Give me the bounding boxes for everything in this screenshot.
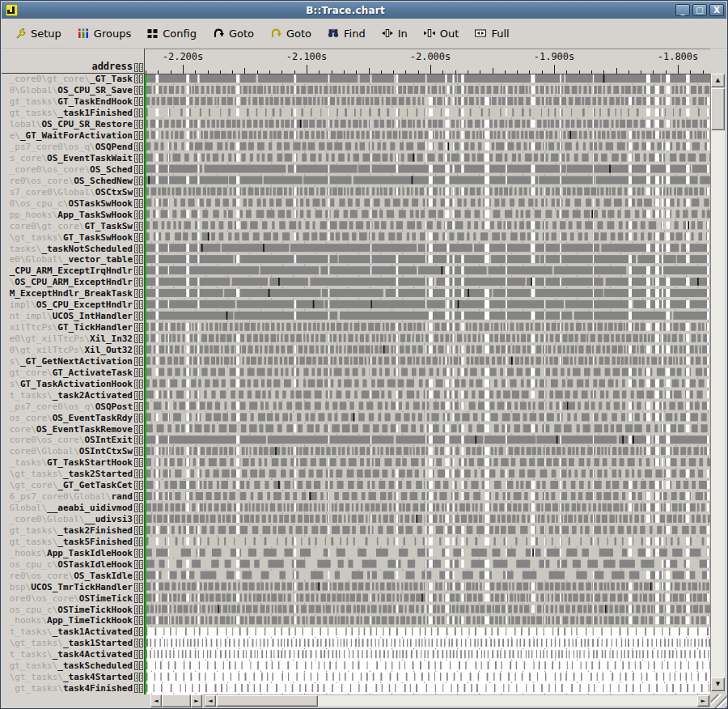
trace-row-label[interactable]: gt_tasks\GT_TaskEndHook xyxy=(2,96,144,108)
trace-row-label[interactable]: gt_tasks\_task5Finished xyxy=(2,536,144,547)
trace-row-label[interactable]: _ps7_core0\os_q\OSQPend xyxy=(2,142,144,153)
config-button[interactable]: Config xyxy=(142,25,201,42)
trace-row-label[interactable]: gt_tasks\task4Finished xyxy=(2,683,144,694)
trace-row-label[interactable]: Global\__aeabi_uidivmod xyxy=(2,503,144,514)
row-spin-buttons[interactable] xyxy=(134,233,143,242)
groups-button[interactable]: Groups xyxy=(73,24,135,42)
row-spin-buttons[interactable] xyxy=(134,357,143,366)
trace-row-label[interactable]: \gt_core\_GT_GetTaskCet xyxy=(2,480,144,491)
row-spin-buttons[interactable] xyxy=(134,515,143,524)
time-ruler[interactable]: -2.200s -2.100s -2.000s -1.900s -1.800s xyxy=(145,49,710,74)
row-spin-buttons[interactable] xyxy=(134,74,143,83)
resize-grip[interactable] xyxy=(711,694,728,709)
setup-button[interactable]: Setup xyxy=(10,24,66,42)
row-spin-buttons[interactable] xyxy=(134,323,143,332)
row-spin-buttons[interactable] xyxy=(134,594,143,603)
trace-row-label[interactable]: xilTtcPs\GT_TickHandler xyxy=(2,322,144,333)
row-spin-buttons[interactable] xyxy=(134,312,143,321)
row-spin-buttons[interactable] xyxy=(134,537,143,546)
row-spin-buttons[interactable] xyxy=(134,176,143,185)
row-spin-buttons[interactable] xyxy=(134,458,143,467)
trace-row-label[interactable]: _tasks\GT_TaskStartHook xyxy=(2,457,144,469)
horizontal-scrollbar-small[interactable]: ◄ ► xyxy=(150,694,202,707)
row-spin-buttons[interactable] xyxy=(134,380,143,388)
zoom-out-button[interactable]: Out xyxy=(419,24,463,42)
horizontal-scrollbar-main[interactable]: ◄ ► xyxy=(204,694,710,707)
row-spin-buttons[interactable] xyxy=(134,165,143,174)
zoom-in-button[interactable]: In xyxy=(377,24,412,42)
scroll-left-button[interactable]: ◄ xyxy=(205,695,216,707)
trace-row-label[interactable]: gt_tasks\_task1Finished xyxy=(2,108,144,119)
trace-row-label[interactable]: s_core\OS_EventTaskWait xyxy=(2,153,144,164)
close-button[interactable]: X xyxy=(709,4,724,16)
trace-row-label[interactable]: e0\Global\_vector_table xyxy=(2,254,144,265)
row-spin-buttons[interactable] xyxy=(134,481,143,490)
vertical-scrollbar[interactable]: ▲ ▼ xyxy=(710,74,725,691)
trace-row-label[interactable]: t_tasks\_task1Activated xyxy=(2,626,144,638)
row-spin-buttons[interactable] xyxy=(134,469,143,478)
row-spin-buttons[interactable] xyxy=(134,199,143,208)
row-spin-buttons[interactable] xyxy=(134,616,143,625)
row-spin-buttons[interactable] xyxy=(134,549,143,558)
find-button[interactable]: Find xyxy=(323,24,370,42)
row-spin-buttons[interactable] xyxy=(134,583,143,592)
trace-row-label[interactable]: gt_tasks\_task2Finished xyxy=(2,525,144,537)
row-spin-buttons[interactable] xyxy=(134,278,143,287)
row-spin-buttons[interactable] xyxy=(134,492,143,501)
trace-row-label[interactable]: s\_GT_GetNextActivation xyxy=(2,355,144,367)
scroll-right-button[interactable]: ► xyxy=(191,694,202,707)
row-spin-buttons[interactable] xyxy=(134,650,143,659)
trace-row-label[interactable]: \gt_tasks\_task2Started xyxy=(2,469,144,480)
row-spin-buttons[interactable] xyxy=(134,673,143,681)
trace-row-label[interactable]: \gt_tasks\_task4Started xyxy=(2,672,144,683)
scroll-up-button[interactable]: ▲ xyxy=(711,74,725,87)
trace-row-label[interactable]: s\GT_TaskActivationHook xyxy=(2,378,144,389)
row-spin-buttons[interactable] xyxy=(134,108,143,117)
trace-row-label[interactable]: _ps7_core0\os_q\OSQPost xyxy=(2,401,144,412)
trace-row-label[interactable]: impl\OS_CPU_ExceptHndlr xyxy=(2,299,144,311)
trace-row-label[interactable]: gt_core\GT_ActivateTask xyxy=(2,367,144,378)
trace-row-label[interactable]: os_core\OS_EventTaskRdy xyxy=(2,412,144,423)
row-spin-buttons[interactable] xyxy=(134,526,143,535)
trace-row-label[interactable]: \gt_tasks\_task1Started xyxy=(2,638,144,649)
row-spin-buttons[interactable] xyxy=(134,560,143,569)
zoom-full-button[interactable]: Full xyxy=(470,24,513,42)
row-spin-buttons[interactable] xyxy=(134,334,143,343)
row-spin-buttons[interactable] xyxy=(134,414,143,422)
trace-row-label[interactable]: pp_hooks\App_TaskSwHook xyxy=(2,209,144,220)
trace-row-label[interactable]: _hooks\App_TaskIdleHook xyxy=(2,547,144,558)
trace-chart-area[interactable] xyxy=(145,74,710,694)
header-spin-buttons[interactable] xyxy=(134,63,143,72)
row-spin-buttons[interactable] xyxy=(134,244,143,253)
trace-row-label[interactable]: bsp\UCOS_TmrTickHandler xyxy=(2,581,144,592)
trace-row-label[interactable]: t_tasks\_task2Activated xyxy=(2,389,144,401)
trace-row-label[interactable]: _CPU_ARM_ExceptIrqHndlr xyxy=(2,265,144,277)
row-spin-buttons[interactable] xyxy=(134,391,143,400)
trace-row-label[interactable]: core0\Global\OSIntCtxSw xyxy=(2,446,144,457)
row-spin-buttons[interactable] xyxy=(134,639,143,647)
row-spin-buttons[interactable] xyxy=(134,222,143,231)
row-spin-buttons[interactable] xyxy=(134,154,143,163)
row-spin-buttons[interactable] xyxy=(134,346,143,354)
vertical-scrollbar-thumb[interactable] xyxy=(711,88,725,130)
trace-row-label[interactable]: 0\Global\OS_CPU_SR_Save xyxy=(2,85,144,96)
row-spin-buttons[interactable] xyxy=(134,255,143,264)
row-spin-buttons[interactable] xyxy=(134,425,143,434)
row-spin-buttons[interactable] xyxy=(134,503,143,512)
row-spin-buttons[interactable] xyxy=(134,447,143,456)
titlebar[interactable]: B::Trace.chart _ □ X xyxy=(2,2,726,19)
goto-button[interactable]: Goto xyxy=(208,24,258,42)
row-spin-buttons[interactable] xyxy=(134,684,143,693)
scroll-down-button[interactable]: ▼ xyxy=(711,677,725,691)
trace-row-label[interactable]: 6_ps7_core0\Global\rand xyxy=(2,491,144,503)
row-spin-buttons[interactable] xyxy=(134,661,143,670)
trace-row-label[interactable]: core0\os_core\OSIntExit xyxy=(2,435,144,446)
trace-row-label[interactable]: s7_core0\Global\OSCtxSw xyxy=(2,186,144,197)
row-spin-buttons[interactable] xyxy=(134,86,143,95)
row-spin-buttons[interactable] xyxy=(134,571,143,580)
row-spin-buttons[interactable] xyxy=(134,210,143,219)
trace-row-label[interactable]: e\_GT_WaitForActivation xyxy=(2,130,144,142)
trace-chart-canvas[interactable] xyxy=(145,74,710,695)
trace-row-label[interactable]: \OS_CPU_ARM_ExceptHndlr xyxy=(2,277,144,288)
small-scrollbar-thumb[interactable] xyxy=(162,694,191,707)
